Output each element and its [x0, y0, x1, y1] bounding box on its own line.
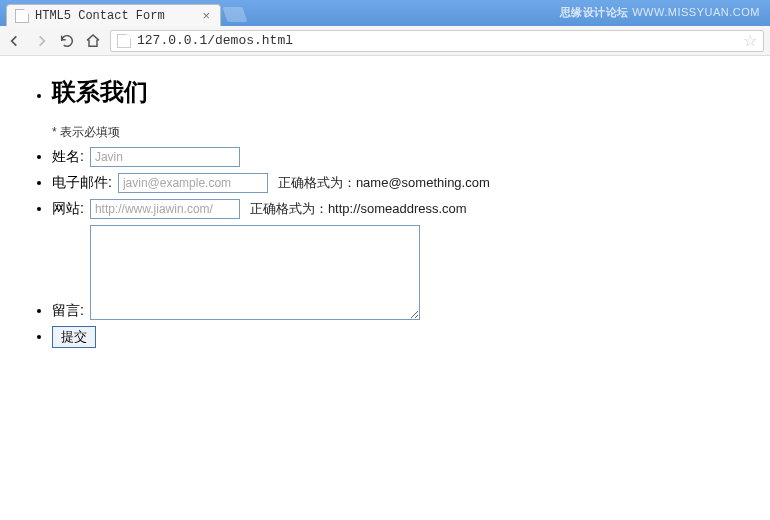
form-list: 联系我们 * 表示必填项 姓名: 电子邮件: 正确格式为：name@someth… — [28, 76, 750, 348]
message-label: 留言: — [52, 302, 84, 320]
address-bar[interactable]: ☆ — [110, 30, 764, 52]
website-label: 网站: — [52, 200, 84, 218]
page-icon — [117, 34, 131, 48]
new-tab-button[interactable] — [223, 7, 248, 22]
tab-strip: HTML5 Contact Form × 思缘设计论坛 WWW.MISSYUAN… — [0, 0, 770, 26]
name-input[interactable] — [90, 147, 240, 167]
submit-button[interactable]: 提交 — [52, 326, 96, 348]
home-button[interactable] — [84, 32, 102, 50]
forward-button[interactable] — [32, 32, 50, 50]
website-input[interactable] — [90, 199, 240, 219]
close-icon[interactable]: × — [200, 8, 212, 23]
email-hint: 正确格式为：name@something.com — [278, 174, 490, 192]
message-textarea[interactable] — [90, 225, 420, 320]
page-icon — [15, 9, 29, 23]
bookmark-icon[interactable]: ☆ — [743, 31, 757, 50]
page-content: 联系我们 * 表示必填项 姓名: 电子邮件: 正确格式为：name@someth… — [0, 56, 770, 348]
name-label: 姓名: — [52, 148, 84, 166]
required-note: * 表示必填项 — [52, 124, 750, 141]
back-button[interactable] — [6, 32, 24, 50]
watermark: 思缘设计论坛 WWW.MISSYUAN.COM — [560, 5, 760, 20]
email-input[interactable] — [118, 173, 268, 193]
toolbar: ☆ — [0, 26, 770, 56]
page-heading: 联系我们 — [52, 76, 750, 108]
tab-title: HTML5 Contact Form — [35, 9, 200, 23]
website-hint: 正确格式为：http://someaddress.com — [250, 200, 467, 218]
email-label: 电子邮件: — [52, 174, 112, 192]
reload-button[interactable] — [58, 32, 76, 50]
url-input[interactable] — [137, 33, 737, 48]
browser-tab[interactable]: HTML5 Contact Form × — [6, 4, 221, 26]
browser-chrome: HTML5 Contact Form × 思缘设计论坛 WWW.MISSYUAN… — [0, 0, 770, 56]
